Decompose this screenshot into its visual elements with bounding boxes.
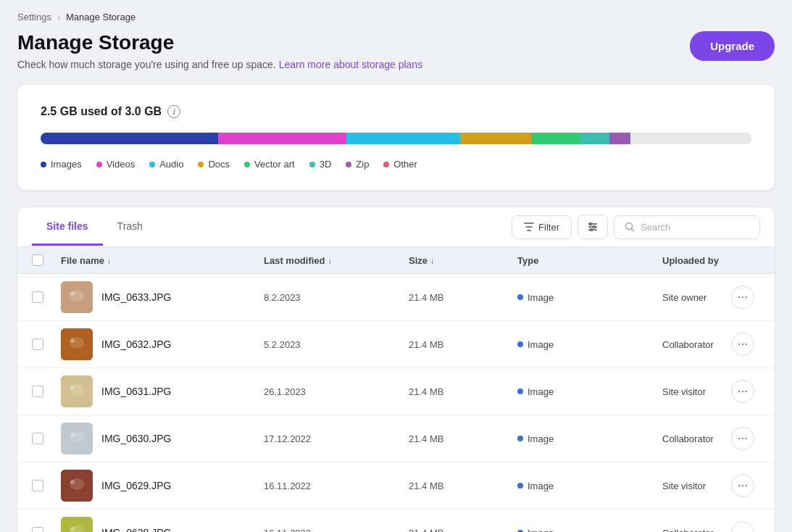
row-checkbox[interactable] (32, 386, 43, 397)
bar-segment (531, 133, 581, 144)
legend-item: Vector art (244, 159, 295, 170)
legend-item: Audio (149, 159, 183, 170)
col-header-type: Type (517, 255, 662, 266)
legend-item: Videos (96, 159, 136, 170)
file-cell: IMG_0630.JPG (61, 423, 264, 454)
legend-label: Zip (356, 159, 369, 170)
tab-group: Site filesTrash (32, 209, 512, 245)
row-more-button[interactable]: ··· (731, 333, 754, 356)
page-subtitle: Check how much storage you're using and … (17, 59, 422, 70)
row-checkbox[interactable] (32, 527, 43, 532)
file-uploader: Collaborator (662, 433, 731, 444)
file-name: IMG_0629.JPG (101, 480, 172, 491)
storage-bar (41, 133, 751, 144)
learn-more-link[interactable]: Learn more about storage plans (279, 59, 422, 70)
row-checkbox-cell[interactable] (32, 480, 61, 491)
row-checkbox[interactable] (32, 480, 43, 491)
sort-size-icon: ↓ (430, 256, 435, 265)
legend-dot (149, 162, 155, 167)
row-more-button[interactable]: ··· (731, 474, 754, 497)
row-checkbox-cell[interactable] (32, 338, 61, 350)
svg-point-1 (590, 223, 592, 225)
svg-point-16 (70, 386, 75, 390)
tab-trash[interactable]: Trash (103, 209, 157, 246)
file-uploader: Collaborator (662, 528, 731, 533)
legend-label: Vector art (254, 159, 295, 170)
legend-item: Other (383, 159, 417, 170)
legend-dot (346, 162, 351, 167)
col-header-filename[interactable]: File name ↓ (61, 255, 264, 266)
table-row: IMG_0629.JPG 16.11.2022 21.4 MB Image Si… (17, 462, 775, 510)
svg-point-3 (593, 226, 596, 228)
file-thumbnail (61, 328, 93, 360)
legend-dot (96, 162, 102, 167)
row-more-button[interactable]: ··· (731, 286, 754, 309)
type-dot (517, 341, 523, 347)
svg-point-5 (591, 229, 593, 231)
col-header-date[interactable]: Last modified ↓ (264, 255, 409, 266)
type-dot (517, 436, 523, 441)
file-name: IMG_0628.JPG (101, 527, 172, 532)
search-box (614, 215, 760, 239)
settings-filter-button[interactable] (578, 215, 608, 239)
type-dot (517, 294, 523, 300)
svg-point-19 (70, 433, 75, 437)
file-cell: IMG_0633.JPG (61, 281, 264, 313)
table-row: IMG_0630.JPG 17.12.2022 21.4 MB Image Co… (17, 415, 775, 462)
file-type: Image (517, 481, 662, 491)
file-thumbnail (61, 375, 93, 407)
breadcrumb-separator: › (57, 12, 60, 22)
legend-label: Other (393, 159, 417, 170)
svg-line-7 (632, 229, 635, 232)
filter-icon (524, 222, 534, 232)
row-more-button[interactable]: ··· (731, 380, 754, 403)
col-header-uploader: Uploaded by (662, 255, 731, 266)
select-all-checkbox[interactable] (32, 254, 43, 266)
file-thumbnail (61, 470, 93, 502)
file-type: Image (517, 528, 662, 533)
svg-point-13 (70, 338, 75, 343)
select-all-cell[interactable] (32, 254, 61, 266)
row-checkbox-cell[interactable] (32, 433, 61, 444)
filter-button[interactable]: Filter (512, 215, 572, 239)
tabs-toolbar: Site filesTrash Filter (17, 207, 775, 247)
bar-segment (630, 133, 751, 144)
file-name: IMG_0632.JPG (101, 338, 172, 350)
file-cell: IMG_0629.JPG (61, 470, 264, 502)
search-icon (625, 222, 635, 232)
tab-site-files[interactable]: Site files (32, 209, 103, 246)
col-header-size[interactable]: Size ↓ (409, 255, 517, 266)
row-checkbox[interactable] (32, 433, 43, 444)
row-checkbox[interactable] (32, 291, 43, 303)
file-date: 16.11.2022 (264, 481, 409, 491)
bar-segment (41, 133, 218, 144)
file-uploader: Collaborator (662, 339, 731, 350)
legend-dot (244, 162, 250, 167)
row-more-button[interactable]: ··· (731, 521, 754, 532)
row-more-button[interactable]: ··· (731, 427, 754, 450)
legend-label: Docs (208, 159, 230, 170)
storage-usage-label: 2.5 GB used of 3.0 GB i (41, 105, 751, 118)
legend-label: Images (51, 159, 82, 170)
svg-point-22 (70, 480, 75, 484)
file-uploader: Site owner (662, 292, 731, 303)
files-card: Site filesTrash Filter (17, 207, 775, 532)
svg-point-10 (70, 291, 75, 296)
file-date: 8.2.2023 (264, 292, 409, 303)
file-thumbnail (61, 423, 93, 454)
legend-item: 3D (309, 159, 332, 170)
file-uploader: Site visitor (662, 481, 731, 491)
file-size: 21.4 MB (409, 433, 517, 444)
upgrade-button[interactable]: Upgrade (690, 31, 775, 61)
row-checkbox-cell[interactable] (32, 291, 61, 303)
file-thumbnail (61, 281, 93, 313)
file-cell: IMG_0628.JPG (61, 517, 264, 532)
breadcrumb-parent[interactable]: Settings (17, 12, 51, 22)
file-size: 21.4 MB (409, 386, 517, 397)
row-checkbox-cell[interactable] (32, 386, 61, 397)
info-icon[interactable]: i (167, 105, 180, 118)
row-checkbox-cell[interactable] (32, 527, 61, 532)
file-date: 17.12.2022 (264, 433, 409, 444)
search-input[interactable] (641, 222, 749, 233)
row-checkbox[interactable] (32, 338, 43, 350)
